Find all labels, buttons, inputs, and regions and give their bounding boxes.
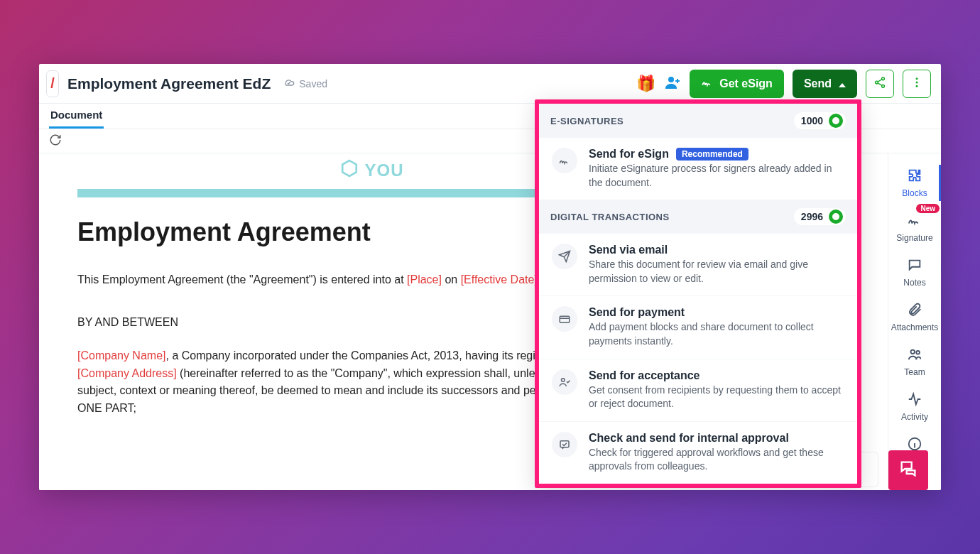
rail-blocks[interactable]: Blocks <box>888 161 941 205</box>
digital-credits-value: 2996 <box>801 211 823 222</box>
topbar: / Employment Agreement EdZ Saved 🎁 Get e… <box>39 64 941 104</box>
placeholder-place[interactable]: [Place] <box>407 273 442 286</box>
saved-indicator: Saved <box>283 77 327 90</box>
rail-label: Activity <box>901 412 928 422</box>
new-badge: New <box>916 204 940 213</box>
send-for-esign-item[interactable]: Send for eSignRecommended Initiate eSign… <box>539 138 857 200</box>
credit-dot-icon <box>829 210 843 224</box>
share-button[interactable] <box>866 70 894 98</box>
chat-fab[interactable] <box>888 450 928 490</box>
person-check-icon <box>552 369 577 395</box>
svg-point-1 <box>882 77 885 80</box>
send-for-acceptance-item[interactable]: Send for acceptance Get consent from rec… <box>539 359 857 421</box>
esign-credits-value: 1000 <box>801 115 823 126</box>
svg-point-4 <box>916 77 918 80</box>
svg-point-12 <box>562 378 565 381</box>
send-for-internal-approval-item[interactable]: Check and send for internal approval Che… <box>539 421 857 484</box>
send-dropdown: E-SIGNATURES 1000 Send for eSignRecommen… <box>535 99 861 488</box>
item-title: Send for eSign <box>589 148 669 161</box>
more-button[interactable] <box>903 70 931 98</box>
rail-signature[interactable]: New Signature <box>888 205 941 250</box>
app-logo[interactable]: / <box>46 70 59 97</box>
rail-label: Blocks <box>902 188 927 198</box>
more-vertical-icon <box>910 76 923 92</box>
cloud-saved-icon <box>283 77 295 90</box>
logo-placeholder: YOU <box>340 159 403 182</box>
chat-bubbles-icon <box>898 459 918 482</box>
svg-point-0 <box>668 77 674 82</box>
logo-text: YOU <box>364 161 403 180</box>
signature-icon <box>701 76 714 92</box>
signature-icon <box>552 148 577 173</box>
team-icon <box>907 347 922 364</box>
svg-point-9 <box>916 351 920 354</box>
approval-icon <box>552 432 577 457</box>
digital-credits-pill: 2996 <box>794 208 846 225</box>
send-button[interactable]: Send <box>793 70 857 98</box>
rail-label: Attachments <box>891 322 939 332</box>
signature-icon <box>907 212 922 230</box>
share-icon <box>873 76 886 92</box>
rail-label: Notes <box>903 278 925 288</box>
app-window: / Employment Agreement EdZ Saved 🎁 Get e… <box>39 64 941 490</box>
dropdown-header-digital: DIGITAL TRANSACTIONS 2996 <box>539 200 857 234</box>
item-desc: Initiate eSignature process for signers … <box>589 162 844 190</box>
rail-label: Signature <box>896 233 932 243</box>
rail-activity[interactable]: Activity <box>888 384 941 429</box>
item-title: Check and send for internal approval <box>589 432 844 445</box>
svg-point-8 <box>911 350 915 354</box>
esign-header-label: E-SIGNATURES <box>550 116 624 126</box>
get-esign-label: Get eSign <box>719 77 773 90</box>
svg-point-5 <box>916 81 918 83</box>
item-title: Send for acceptance <box>589 369 844 382</box>
chat-icon <box>907 257 922 275</box>
send-for-payment-item[interactable]: Send for payment Add payment blocks and … <box>539 295 857 358</box>
right-rail: Blocks New Signature Notes Attachments T… <box>888 153 941 490</box>
add-person-icon[interactable] <box>664 74 681 94</box>
credit-dot-icon <box>829 114 843 128</box>
get-esign-button[interactable]: Get eSign <box>690 70 784 98</box>
digital-header-label: DIGITAL TRANSACTIONS <box>550 212 670 222</box>
payment-icon <box>552 306 577 332</box>
gift-icon[interactable]: 🎁 <box>636 75 655 93</box>
document-title[interactable]: Employment Agreement EdZ <box>67 75 271 92</box>
placeholder-effective-date[interactable]: [Effective Date] <box>461 273 538 286</box>
item-desc: Get consent from recipients by requestin… <box>589 384 844 411</box>
puzzle-icon <box>907 168 922 185</box>
esign-credits-pill: 1000 <box>794 112 846 129</box>
activity-icon <box>907 391 922 409</box>
item-desc: Add payment blocks and share document to… <box>589 320 844 348</box>
send-via-email-item[interactable]: Send via email Share this document for r… <box>539 234 857 295</box>
rail-label: Team <box>904 367 925 377</box>
placeholder-company-address[interactable]: [Company Address] <box>77 367 177 379</box>
item-title: Send via email <box>589 244 844 256</box>
dropdown-header-esignatures: E-SIGNATURES 1000 <box>539 104 857 138</box>
svg-rect-11 <box>560 317 570 323</box>
refresh-icon[interactable] <box>49 134 62 149</box>
tab-document[interactable]: Document <box>49 103 104 129</box>
rail-attachments[interactable]: Attachments <box>888 295 941 340</box>
recommended-badge: Recommended <box>676 148 748 161</box>
chevron-up-icon <box>839 77 846 90</box>
item-title: Send for payment <box>589 306 844 319</box>
placeholder-company-name[interactable]: [Company Name] <box>77 349 166 362</box>
item-desc: Share this document for review via email… <box>589 258 844 286</box>
paper-plane-icon <box>552 244 577 269</box>
item-desc: Check for triggered approval workflows a… <box>589 446 844 474</box>
svg-point-6 <box>916 85 918 87</box>
rail-notes[interactable]: Notes <box>888 250 941 295</box>
paperclip-icon <box>907 302 922 320</box>
send-label: Send <box>804 77 832 90</box>
svg-rect-13 <box>560 441 569 447</box>
hexagon-icon <box>340 159 359 182</box>
rail-team[interactable]: Team <box>888 340 941 384</box>
svg-marker-7 <box>343 161 357 176</box>
saved-label: Saved <box>299 78 327 89</box>
svg-point-2 <box>876 81 878 84</box>
svg-point-3 <box>882 85 885 87</box>
topbar-actions: 🎁 Get eSign Send <box>636 70 931 98</box>
